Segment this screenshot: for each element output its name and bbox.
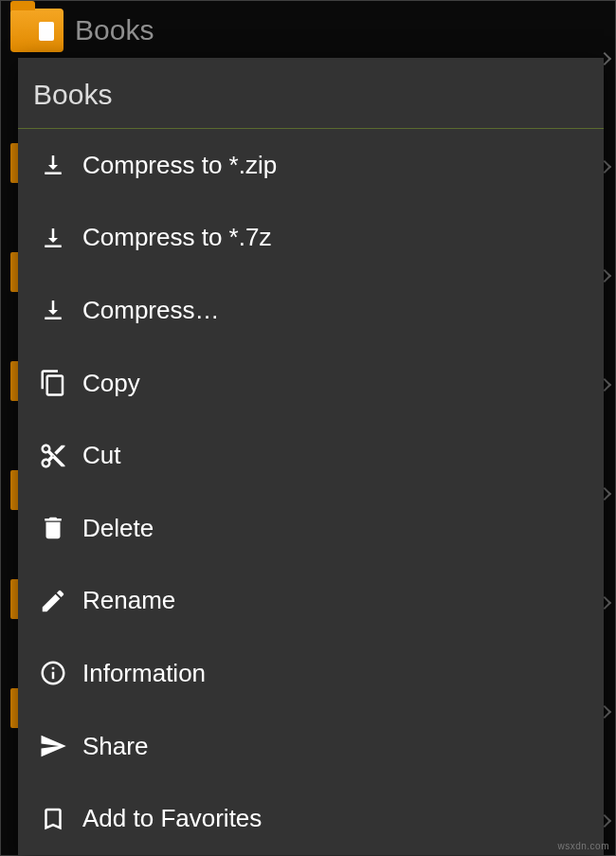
rename-icon: [27, 586, 79, 616]
download-icon: [27, 150, 79, 180]
menu-delete[interactable]: Delete: [18, 492, 604, 565]
folder-header: Books: [10, 9, 154, 52]
menu-item-label: Copy: [79, 369, 585, 398]
list-folder-edge: [10, 252, 18, 292]
menu-share[interactable]: Share: [18, 710, 604, 783]
list-folder-edge: [10, 470, 18, 510]
menu-item-label: Information: [79, 659, 585, 688]
list-folder-edge: [10, 143, 18, 183]
info-icon: [27, 658, 79, 688]
menu-compress-7z[interactable]: Compress to *.7z: [18, 202, 604, 275]
bookmark-icon: [27, 804, 79, 834]
menu-add-favorites[interactable]: Add to Favorites: [18, 782, 604, 855]
delete-icon: [27, 513, 79, 543]
menu-compress[interactable]: Compress…: [18, 274, 604, 347]
folder-icon: [10, 9, 63, 52]
menu-item-label: Delete: [79, 514, 585, 543]
menu-compress-zip[interactable]: Compress to *.zip: [18, 129, 604, 202]
menu-cut[interactable]: Cut: [18, 419, 604, 492]
list-folder-edge: [10, 361, 18, 401]
cut-icon: [27, 441, 79, 471]
menu-item-label: Add to Favorites: [79, 804, 585, 833]
menu-title: Books: [18, 58, 604, 129]
menu-item-label: Rename: [79, 586, 585, 615]
download-icon: [27, 223, 79, 253]
menu-copy[interactable]: Copy: [18, 347, 604, 420]
menu-rename[interactable]: Rename: [18, 565, 604, 638]
menu-item-label: Cut: [79, 441, 585, 470]
share-icon: [27, 731, 79, 761]
download-icon: [27, 295, 79, 325]
menu-item-label: Share: [79, 732, 585, 761]
context-menu: Books Compress to *.zip Compress to *.7z…: [18, 58, 604, 855]
folder-name: Books: [75, 14, 154, 46]
watermark: wsxdn.com: [557, 841, 609, 851]
list-folder-edge: [10, 688, 18, 728]
menu-item-label: Compress to *.zip: [79, 151, 585, 180]
app-viewport: Books Books Compress to *.zip Compress t…: [0, 0, 616, 856]
menu-item-label: Compress to *.7z: [79, 223, 585, 252]
menu-item-label: Compress…: [79, 296, 585, 325]
list-folder-edge: [10, 579, 18, 619]
copy-icon: [27, 368, 79, 398]
menu-information[interactable]: Information: [18, 637, 604, 710]
